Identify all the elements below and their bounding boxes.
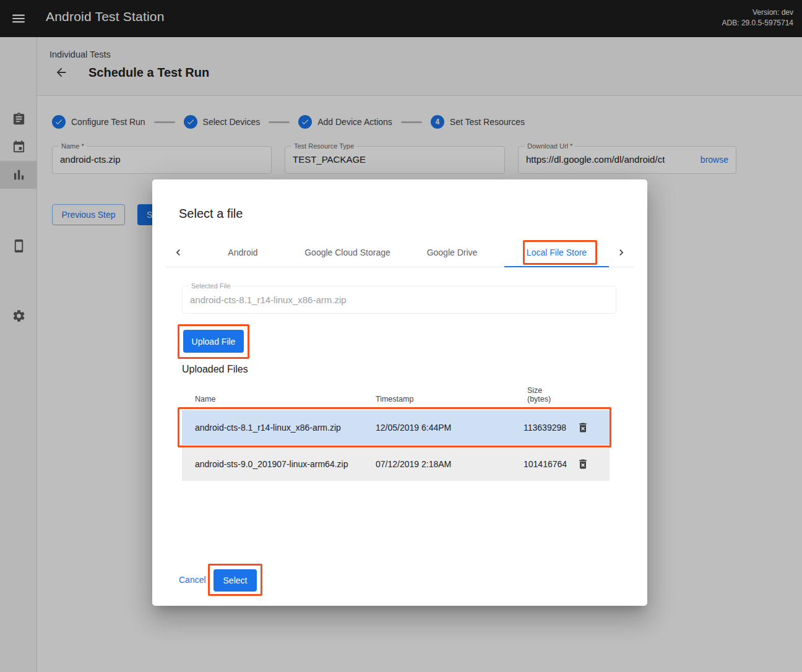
column-header-size: Size (bytes) (524, 386, 572, 403)
tabs-scroll-left-button[interactable] (166, 238, 191, 267)
table-header: Name Timestamp Size (bytes) (182, 377, 610, 408)
cell-timestamp: 12/05/2019 6:44PM (376, 423, 524, 433)
column-header-timestamp: Timestamp (376, 395, 524, 403)
cancel-button[interactable]: Cancel (179, 575, 206, 585)
selected-file-label: Selected File (189, 282, 233, 290)
cell-name: android-sts-9.0_201907-linux-arm64.zip (195, 459, 376, 469)
select-button[interactable]: Select (213, 569, 257, 592)
cell-timestamp: 07/12/2019 2:18AM (376, 459, 524, 469)
uploaded-files-heading: Uploaded Files (182, 364, 248, 375)
cell-size: 101416764 (524, 459, 572, 469)
select-file-dialog: Select a file Android Google Cloud Stora… (152, 179, 647, 606)
column-header-name: Name (195, 395, 376, 403)
tab-google-cloud-storage[interactable]: Google Cloud Storage (295, 238, 400, 267)
table-row-sts-file[interactable]: android-sts-9.0_201907-linux-arm64.zip 0… (182, 447, 610, 481)
upload-file-button[interactable]: Upload File (183, 330, 244, 353)
cell-name: android-cts-8.1_r14-linux_x86-arm.zip (195, 423, 376, 433)
trash-icon (577, 458, 589, 470)
tab-android[interactable]: Android (191, 238, 295, 267)
dialog-title: Select a file (179, 207, 243, 221)
delete-file-button[interactable] (572, 453, 594, 475)
tab-google-drive[interactable]: Google Drive (400, 238, 504, 267)
delete-file-button[interactable] (572, 416, 594, 439)
trash-icon (577, 421, 589, 434)
tab-local-file-store[interactable]: Local File Store (504, 238, 609, 267)
tabs-scroll-right-button[interactable] (609, 238, 634, 267)
screen: Android Test Station Version: dev ADB: 2… (0, 0, 802, 672)
table-row-cts-file[interactable]: android-cts-8.1_r14-linux_x86-arm.zip 12… (182, 410, 610, 445)
chevron-right-icon (615, 246, 627, 259)
tab-bar: Android Google Cloud Storage Google Driv… (166, 238, 634, 267)
selected-file-value: android-cts-8.1_r14-linux_x86-arm.zip (190, 295, 347, 305)
cell-size: 113639298 (524, 423, 572, 433)
chevron-left-icon (172, 246, 184, 259)
selected-file-field[interactable]: Selected File android-cts-8.1_r14-linux_… (182, 286, 616, 314)
